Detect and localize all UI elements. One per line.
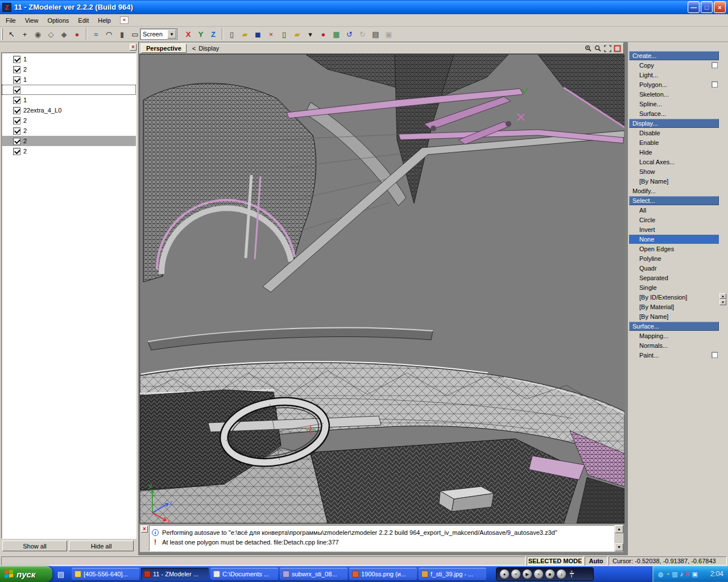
select-tool-icon[interactable]: ↖	[5, 28, 18, 40]
arc-tool-icon[interactable]: ◠	[102, 28, 115, 40]
menu-by-id-extension[interactable]: [By ID/Extension]	[629, 293, 719, 302]
figure-tool-icon[interactable]: ◉	[31, 28, 44, 40]
scroll-down-icon[interactable]: ▼	[719, 300, 726, 305]
open-file-icon[interactable]: ▰	[238, 28, 251, 40]
menu-polyline[interactable]: Polyline	[629, 254, 719, 263]
menu-none[interactable]: None	[629, 235, 719, 244]
layer-visibility-checkbox[interactable]	[13, 107, 20, 114]
layer-list[interactable]: 121122extra_4_L02222	[1, 52, 136, 539]
image-tool-icon[interactable]: ▦	[330, 28, 343, 40]
axis-x-button[interactable]: X	[182, 28, 195, 40]
export-file-icon[interactable]: ▯	[278, 28, 291, 40]
toolbar-grip[interactable]	[1, 28, 3, 40]
tab-perspective[interactable]: Perspective	[141, 44, 187, 53]
stop-button[interactable]: ■	[545, 569, 555, 579]
import-folder-icon[interactable]: ▰	[291, 28, 304, 40]
move-tool-icon[interactable]: +	[18, 28, 31, 40]
menu-mapping[interactable]: Mapping...	[629, 331, 719, 340]
auto-indicator[interactable]: Auto	[585, 556, 607, 566]
media-player-tray-icon[interactable]: ◍	[658, 571, 664, 577]
fit-view-icon[interactable]	[603, 44, 612, 53]
polyline-tool-icon[interactable]: ≈	[89, 28, 102, 40]
volume-tray-icon[interactable]: ♪	[680, 571, 684, 577]
layer-visibility-checkbox[interactable]	[13, 97, 20, 104]
joint-tool-icon[interactable]: ◆	[57, 28, 71, 40]
menu-help[interactable]: Help	[93, 16, 115, 25]
clock[interactable]: 2:04	[710, 570, 723, 578]
menu-view[interactable]: View	[20, 16, 43, 25]
scroll-up-icon[interactable]: ▲	[615, 525, 623, 533]
menu-disable[interactable]: Disable	[629, 128, 719, 138]
menu-item-checkbox[interactable]	[712, 62, 718, 68]
redo-icon[interactable]: ↻	[356, 28, 369, 40]
screen-dropdown[interactable]: Screen ▼	[140, 28, 177, 40]
previous-track-button[interactable]: «	[511, 569, 520, 579]
layer-visibility-checkbox[interactable]	[13, 86, 20, 94]
layer-visibility-checkbox[interactable]	[13, 117, 20, 124]
layer-list-item[interactable]: 1	[2, 54, 136, 64]
layer-list-item[interactable]: 2	[2, 136, 136, 146]
layer-list-item[interactable]	[2, 85, 136, 95]
toolbar-close-icon[interactable]: ×	[120, 16, 129, 24]
menu-single[interactable]: Single	[629, 283, 719, 292]
notes-icon[interactable]: ▤	[369, 28, 382, 40]
import-dropdown-icon[interactable]: ▾	[304, 28, 317, 40]
taskbar-button[interactable]: f_sti_39.jpg - ...	[419, 568, 486, 580]
layer-list-item[interactable]: 22extra_4_L0	[2, 105, 136, 115]
menu-copy[interactable]: Copy	[629, 61, 719, 70]
chevron-down-icon[interactable]: ▼	[167, 30, 176, 39]
language-tray-icon[interactable]: ▣	[692, 571, 698, 577]
menu-item-checkbox[interactable]	[712, 352, 718, 358]
viewport-canvas[interactable]: y z x	[139, 54, 624, 523]
axis-y-button[interactable]: Y	[195, 28, 207, 40]
quick-launch-icon[interactable]: ▤	[55, 568, 67, 580]
menu-local-axes[interactable]: Local Axes...	[629, 157, 719, 167]
message-close-icon[interactable]: ×	[141, 526, 148, 533]
layer-list-item[interactable]: 2	[2, 115, 136, 126]
menu-light[interactable]: Light...	[629, 70, 719, 80]
menu-options[interactable]: Options	[43, 16, 73, 25]
layer-list-item[interactable]: 1	[2, 74, 136, 85]
menu-modify[interactable]: Modify...	[629, 186, 719, 196]
menu-by-material[interactable]: [By Material]	[629, 302, 719, 311]
zoom-in-icon[interactable]	[584, 44, 593, 53]
new-file-icon[interactable]: ▯	[225, 28, 238, 40]
taskbar-button[interactable]: subwrx_sti_08...	[280, 568, 348, 580]
menu-display[interactable]: Display...	[629, 119, 719, 128]
taskbar-button[interactable]: C:\Documents ...	[210, 568, 278, 580]
scheduler-tray-icon[interactable]: ◔	[666, 571, 670, 577]
layer-visibility-checkbox[interactable]	[13, 148, 20, 155]
panel-close-icon[interactable]: ×	[130, 44, 136, 51]
scroll-down-icon[interactable]: ▼	[615, 543, 623, 551]
menu-hide[interactable]: Hide	[629, 148, 719, 157]
menu-enable[interactable]: Enable	[629, 138, 719, 147]
repeat-icon[interactable]: ▣	[382, 28, 395, 40]
next-track-button[interactable]: »	[534, 569, 543, 579]
volume-slider-thumb[interactable]	[569, 572, 574, 575]
layer-visibility-checkbox[interactable]	[13, 127, 20, 135]
menu-file[interactable]: File	[1, 16, 20, 25]
maximize-button[interactable]: □	[701, 1, 713, 13]
taskbar-button[interactable]: 1900ss.png (и...	[349, 568, 417, 580]
scroll-up-icon[interactable]: ▲	[719, 293, 726, 299]
menu-all[interactable]: All	[629, 206, 719, 215]
taskbar-button[interactable]: [405-556-640]...	[72, 568, 139, 580]
maximize-viewport-icon[interactable]	[613, 44, 622, 53]
menu-surface[interactable]: Surface...	[629, 322, 719, 331]
menu-show[interactable]: Show	[629, 167, 719, 176]
start-button[interactable]: пуск	[0, 566, 52, 582]
message-scrollbar[interactable]: ▲ ▼	[615, 525, 623, 551]
message-log[interactable]: i Performing autosave to "e:\всё для кон…	[149, 525, 614, 551]
minimize-button[interactable]: —	[688, 1, 700, 13]
volume-button[interactable]: ♪	[557, 569, 566, 579]
menu-spline[interactable]: Spline...	[629, 99, 719, 109]
menu-by-name[interactable]: [By Name]	[629, 177, 719, 186]
taskbar-button[interactable]: 11 - ZModeler ...	[141, 568, 209, 580]
menu-surface[interactable]: Surface...	[629, 109, 719, 118]
menu-invert[interactable]: Invert	[629, 225, 719, 234]
layer-list-item[interactable]: 1	[2, 95, 136, 105]
undo-icon[interactable]: ↺	[343, 28, 356, 40]
display-menu-button[interactable]: < Display	[192, 45, 220, 52]
close-button[interactable]: ×	[714, 1, 726, 13]
antivirus-tray-icon[interactable]: K	[685, 571, 689, 577]
